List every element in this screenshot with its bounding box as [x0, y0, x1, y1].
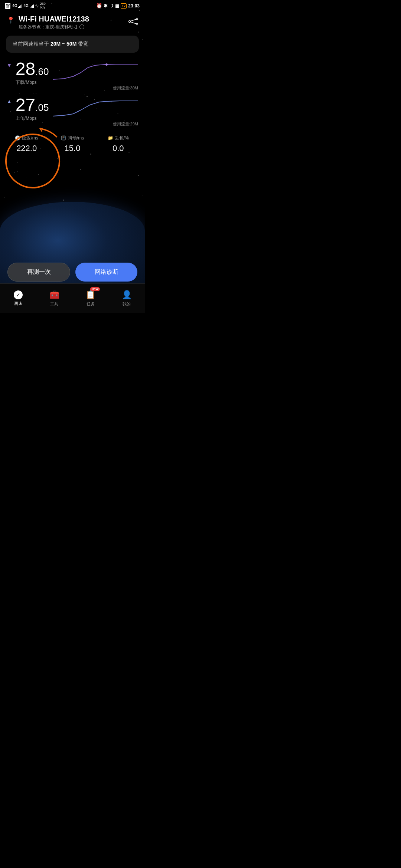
nav-profile[interactable]: 👤 我的: [109, 290, 145, 307]
header-info: 📍 Wi-Fi HUAWEI12138 服务器节点：重庆-重庆移动-1 i: [7, 15, 89, 30]
folder-icon: 📁: [108, 135, 113, 141]
download-decimal: .60: [35, 66, 49, 77]
upload-decimal: .05: [35, 102, 49, 113]
tools-icon: 🧰: [49, 290, 59, 300]
upload-chart: [53, 96, 138, 118]
hd-badge: HDHD: [5, 3, 10, 9]
tasks-icon: 📋: [85, 290, 95, 299]
profile-icon: 👤: [122, 290, 132, 300]
metrics-row: 🕐 延迟/ms 222.0 📳 抖动/ms 15.0 📁 丢包/% 0.0: [0, 129, 145, 157]
download-chart: [53, 60, 138, 82]
status-right-icons: ⏰ ✱ ☽ ▩ 17 23:03: [96, 3, 140, 9]
nav-profile-label: 我的: [123, 301, 131, 307]
network-4g-2: 4G: [23, 4, 28, 8]
metric-jitter: 📳 抖动/ms 15.0: [49, 135, 95, 153]
nav-tools-label: 工具: [50, 301, 58, 307]
metric-latency: 🕐 延迟/ms 222.0: [4, 135, 49, 153]
bottom-nav: ✓ 测速 🧰 工具 📋 NEW 任务 👤 我的: [0, 283, 145, 313]
packet-loss-label: 📁 丢包/%: [95, 135, 141, 141]
retest-button[interactable]: 再测一次: [7, 263, 70, 282]
nav-tasks-label: 任务: [87, 301, 95, 307]
upload-unit: 上传/Mbps: [16, 115, 49, 122]
jitter-icon: 📳: [61, 135, 66, 141]
time: 23:03: [128, 3, 140, 9]
wifi-icon: ∿: [35, 3, 39, 9]
location-icon: 📍: [7, 16, 15, 24]
upload-row: ▲ 27.05 上传/Mbps 使用流量:29M: [7, 96, 138, 122]
speed-banner: 当前网速相当于 20M ~ 50M 带宽: [6, 36, 139, 53]
download-arrow-icon: ▼: [7, 62, 12, 68]
header: 📍 Wi-Fi HUAWEI12138 服务器节点：重庆-重庆移动-1 i: [0, 11, 145, 33]
jitter-value: 15.0: [49, 144, 95, 153]
svg-point-5: [105, 63, 108, 66]
upload-usage: 使用流量:29M: [113, 121, 138, 127]
nav-speedtest-label: 测速: [14, 301, 22, 306]
nav-tasks[interactable]: 📋 NEW 任务: [72, 290, 109, 307]
download-value: 28: [16, 59, 35, 79]
signal-bars-1: [18, 4, 22, 8]
vibrate-icon: ▩: [115, 3, 119, 9]
new-badge: NEW: [90, 287, 100, 291]
latency-value: 222.0: [4, 144, 49, 153]
signal-bars-2: [30, 4, 34, 8]
clock-icon: 🕐: [15, 135, 20, 141]
metric-packet-loss: 📁 丢包/% 0.0: [95, 135, 141, 153]
moon-icon: ☽: [109, 3, 114, 9]
status-bar: HDHD 4G 4G ∿ 269 K/s ⏰ ✱ ☽ ▩ 17 23:03: [0, 0, 145, 11]
svg-point-2: [136, 23, 138, 25]
speedtest-icon: ✓: [14, 290, 23, 299]
topology-icon[interactable]: [128, 17, 138, 28]
svg-point-0: [129, 20, 131, 22]
network-speed: 269 K/s: [40, 2, 46, 10]
bottom-buttons: 再测一次 网络诊断: [0, 263, 145, 282]
upload-arrow-icon: ▲: [7, 98, 12, 104]
svg-line-3: [131, 19, 136, 21]
diagnose-button[interactable]: 网络诊断: [75, 263, 137, 282]
wifi-name: Wi-Fi HUAWEI12138: [19, 15, 89, 23]
speed-range: 20M ~ 50M: [50, 41, 76, 47]
network-4g-1: 4G: [12, 4, 17, 8]
download-usage: 使用流量:30M: [113, 85, 138, 91]
download-unit: 下载/Mbps: [16, 79, 49, 86]
svg-point-1: [136, 18, 138, 20]
packet-loss-value: 0.0: [95, 144, 141, 153]
jitter-label: 📳 抖动/ms: [49, 135, 95, 141]
download-row: ▼ 28.60 下载/Mbps 使用流量:30M: [7, 60, 138, 86]
bluetooth-icon: ✱: [104, 3, 108, 9]
alarm-icon: ⏰: [96, 3, 102, 9]
upload-value: 27: [16, 95, 35, 115]
nav-speedtest[interactable]: ✓ 测速: [0, 290, 36, 306]
nav-tools[interactable]: 🧰 工具: [36, 290, 73, 307]
speed-section: ▼ 28.60 下载/Mbps 使用流量:30M ▲ 27.05 上传/Mbps: [0, 56, 145, 129]
svg-line-4: [131, 22, 136, 24]
info-icon[interactable]: i: [79, 24, 84, 29]
status-left-icons: HDHD 4G 4G ∿ 269 K/s: [5, 2, 46, 10]
battery-indicator: 17: [121, 3, 127, 9]
server-node: 服务器节点：重庆-重庆移动-1 i: [19, 24, 89, 30]
latency-label: 🕐 延迟/ms: [4, 135, 49, 141]
tasks-badge-container: 📋 NEW: [85, 290, 95, 300]
